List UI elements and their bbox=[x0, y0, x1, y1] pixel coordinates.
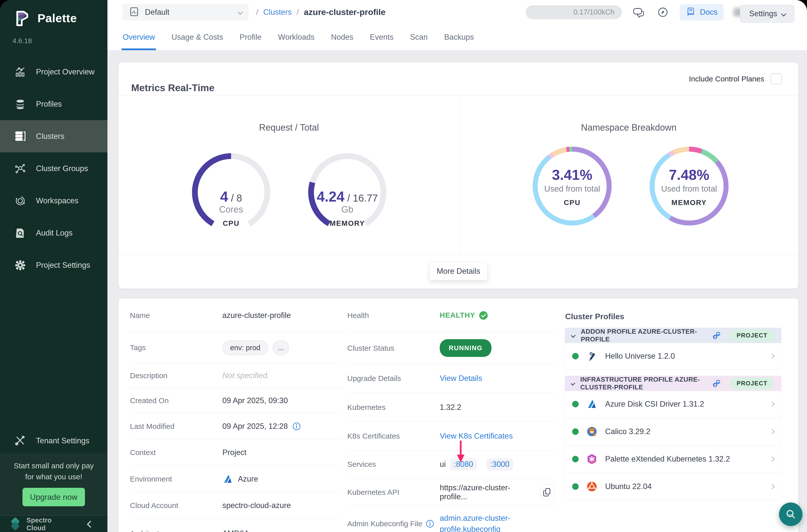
last-modified-value: 09 Apr 2025, 12:28 bbox=[222, 422, 288, 431]
profile-layer-name: Azure Disk CSI Driver 1.31.2 bbox=[605, 400, 763, 408]
status-dot bbox=[572, 428, 579, 435]
feedback-chat-button[interactable] bbox=[632, 5, 646, 19]
tag-more-button[interactable]: ... bbox=[273, 340, 289, 355]
compass-tour-button[interactable] bbox=[656, 5, 670, 19]
tab-workloads[interactable]: Workloads bbox=[270, 24, 323, 50]
chevron-right-icon bbox=[770, 484, 775, 489]
spectro-cloud-logo-icon bbox=[7, 516, 23, 532]
donut-label: CPU bbox=[533, 198, 612, 207]
search-icon bbox=[785, 509, 796, 520]
topbar: Default / Clusters / azure-cluster-profi… bbox=[108, 0, 807, 24]
profile-layer-row[interactable]: Ubuntu 22.04 bbox=[565, 474, 782, 499]
view-k8s-certificates-link[interactable]: View K8s Certificates bbox=[440, 432, 513, 441]
gauge-unit: Cores bbox=[186, 204, 276, 215]
settings-button-label: Settings bbox=[749, 9, 777, 18]
search-fab-button[interactable] bbox=[779, 502, 803, 526]
tab-overview[interactable]: Overview bbox=[114, 24, 163, 50]
tab-profile[interactable]: Profile bbox=[231, 24, 270, 50]
sidebar-item-profiles[interactable]: Profiles bbox=[0, 88, 108, 120]
sidebar-item-audit-logs[interactable]: Audit Logs bbox=[0, 217, 108, 249]
profile-group-infrastructure: INFRASTRUCTURE PROFILE AZURE-CLUSTER-PRO… bbox=[565, 376, 782, 499]
info-icon[interactable] bbox=[426, 519, 434, 528]
collapse-sidebar-icon[interactable] bbox=[87, 520, 94, 528]
credits-usage-badge: 0.17/100kCh bbox=[526, 5, 622, 19]
name-label: Name bbox=[130, 311, 222, 320]
sidebar-item-label: Project Settings bbox=[36, 261, 90, 270]
project-icon bbox=[129, 6, 139, 18]
detail-row-description: Description Not specified. bbox=[130, 363, 343, 388]
docs-label: Docs bbox=[700, 8, 717, 17]
detail-row-created: Created On 09 Apr 2025, 09:30 bbox=[130, 388, 343, 413]
chevron-right-icon bbox=[770, 429, 775, 434]
page-title: azure-cluster-profile bbox=[304, 7, 386, 17]
cluster-profiles-groups: ADDON PROFILE AZURE-CLUSTER-PROFILEPROJE… bbox=[565, 328, 782, 499]
sidebar-item-cluster-groups[interactable]: Cluster Groups bbox=[0, 152, 108, 185]
upgrade-now-button[interactable]: Upgrade now bbox=[22, 488, 85, 506]
service-port-3000-link[interactable]: :3000 bbox=[487, 458, 513, 470]
gauge-value: 4.24 / 16.77 bbox=[302, 188, 392, 205]
divider bbox=[459, 96, 459, 255]
health-status-badge: HEALTHY bbox=[440, 311, 475, 320]
more-details-button[interactable]: More Details bbox=[430, 262, 487, 280]
project-selector-value: Default bbox=[145, 8, 169, 17]
sidebar-item-tenant-settings[interactable]: Tenant Settings bbox=[0, 424, 108, 457]
sidebar-item-label: Tenant Settings bbox=[36, 436, 90, 445]
admin-kubeconfig-label: Admin Kubeconfig File bbox=[347, 519, 422, 528]
sidebar-footer: Spectro Cloud bbox=[0, 515, 108, 532]
chevron-right-icon bbox=[770, 354, 775, 359]
description-value: Not specified. bbox=[222, 371, 269, 380]
profile-layer-row[interactable]: Azure Disk CSI Driver 1.31.2 bbox=[565, 391, 782, 417]
docs-button[interactable]: Docs bbox=[680, 4, 724, 20]
context-value: Project bbox=[222, 448, 246, 457]
footer-brand: Spectro Cloud bbox=[26, 516, 52, 532]
tab-nodes[interactable]: Nodes bbox=[323, 24, 362, 50]
include-control-planes: Include Control Planes bbox=[689, 73, 782, 84]
sidebar-item-label: Project Overview bbox=[36, 68, 94, 76]
copy-button[interactable] bbox=[540, 484, 554, 500]
donut-subtitle: Used from total bbox=[650, 184, 729, 194]
settings-button[interactable]: Settings bbox=[740, 5, 794, 23]
profile-layer-row[interactable]: Hello Universe 1.2.0 bbox=[565, 343, 782, 369]
project-selector[interactable]: Default bbox=[123, 4, 249, 20]
tab-usage-costs[interactable]: Usage & Costs bbox=[163, 24, 231, 50]
breadcrumb-clusters-link[interactable]: Clusters bbox=[263, 8, 292, 17]
info-icon[interactable] bbox=[292, 422, 301, 431]
request-total-title: Request / Total bbox=[119, 122, 459, 133]
architecture-label: Architecture bbox=[130, 529, 222, 532]
include-control-planes-checkbox[interactable] bbox=[771, 73, 782, 84]
profile-group-header[interactable]: INFRASTRUCTURE PROFILE AZURE-CLUSTER-PRO… bbox=[565, 376, 782, 391]
cluster-profiles-panel: Cluster Profiles ADDON PROFILE AZURE-CLU… bbox=[565, 312, 782, 506]
tab-events[interactable]: Events bbox=[361, 24, 402, 50]
sidebar-item-project-overview[interactable]: Project Overview bbox=[0, 56, 108, 88]
profile-group-title: ADDON PROFILE AZURE-CLUSTER-PROFILE bbox=[581, 328, 706, 343]
gauge-label: CPU bbox=[186, 219, 276, 228]
sidebar-item-workspaces[interactable]: Workspaces bbox=[0, 185, 108, 217]
profile-layer-row[interactable]: Palette eXtended Kubernetes 1.32.2 bbox=[565, 446, 782, 472]
sidebar-item-label: Profiles bbox=[36, 100, 62, 109]
description-label: Description bbox=[130, 372, 222, 380]
tab-backups[interactable]: Backups bbox=[436, 24, 482, 50]
azure-icon bbox=[586, 398, 598, 410]
donut-label: MEMORY bbox=[650, 198, 729, 207]
profile-layer-name: Ubuntu 22.04 bbox=[605, 482, 763, 491]
details-middle-column: Health HEALTHY Cluster Status RUNNING Up… bbox=[347, 299, 554, 532]
tag-env-prod[interactable]: env: prod bbox=[222, 340, 268, 355]
kubeconfig-download-link[interactable]: admin.azure-cluster- profile.kubeconfig bbox=[440, 513, 510, 532]
chevron-down-icon bbox=[238, 10, 243, 15]
profile-layer-row[interactable]: Calico 3.29.2 bbox=[565, 419, 782, 444]
donut-percent: 7.48% bbox=[650, 167, 729, 183]
sidebar: Palette 4.6.18 Project OverviewProfilesC… bbox=[0, 0, 108, 532]
view-details-link[interactable]: View Details bbox=[440, 374, 482, 383]
hello-universe-icon bbox=[586, 350, 598, 362]
chevron-down-icon bbox=[571, 381, 575, 385]
donut-cpu: 3.41%Used from totalCPU bbox=[533, 147, 612, 226]
sidebar-item-clusters[interactable]: Clusters bbox=[0, 120, 108, 152]
profile-group-header[interactable]: ADDON PROFILE AZURE-CLUSTER-PROFILEPROJE… bbox=[565, 328, 782, 343]
tab-scan[interactable]: Scan bbox=[402, 24, 436, 50]
sidebar-item-project-settings[interactable]: Project Settings bbox=[0, 249, 108, 281]
name-value: azure-cluster-profile bbox=[222, 311, 291, 320]
project-badge: PROJECT bbox=[730, 329, 774, 341]
upgrade-details-label: Upgrade Details bbox=[347, 374, 440, 383]
kubernetes-api-label: Kubernetes API bbox=[347, 488, 440, 496]
link-icon bbox=[712, 331, 721, 340]
